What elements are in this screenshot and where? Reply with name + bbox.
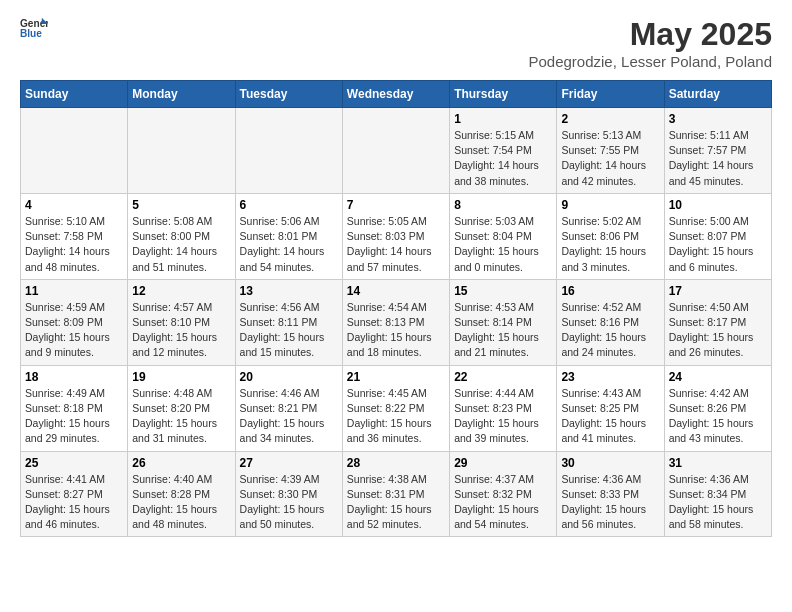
weekday-header-friday: Friday: [557, 81, 664, 108]
day-number: 10: [669, 198, 767, 212]
calendar-cell: 13Sunrise: 4:56 AM Sunset: 8:11 PM Dayli…: [235, 279, 342, 365]
calendar-cell: 23Sunrise: 4:43 AM Sunset: 8:25 PM Dayli…: [557, 365, 664, 451]
calendar-cell: 11Sunrise: 4:59 AM Sunset: 8:09 PM Dayli…: [21, 279, 128, 365]
day-number: 6: [240, 198, 338, 212]
page-header: General Blue May 2025 Podegrodzie, Lesse…: [20, 16, 772, 70]
logo: General Blue: [20, 16, 48, 38]
calendar-cell: 26Sunrise: 4:40 AM Sunset: 8:28 PM Dayli…: [128, 451, 235, 537]
day-info: Sunrise: 4:54 AM Sunset: 8:13 PM Dayligh…: [347, 300, 445, 361]
calendar-cell: [235, 108, 342, 194]
day-info: Sunrise: 4:39 AM Sunset: 8:30 PM Dayligh…: [240, 472, 338, 533]
day-info: Sunrise: 5:03 AM Sunset: 8:04 PM Dayligh…: [454, 214, 552, 275]
calendar-cell: 16Sunrise: 4:52 AM Sunset: 8:16 PM Dayli…: [557, 279, 664, 365]
day-number: 7: [347, 198, 445, 212]
day-info: Sunrise: 4:46 AM Sunset: 8:21 PM Dayligh…: [240, 386, 338, 447]
day-number: 30: [561, 456, 659, 470]
weekday-header-saturday: Saturday: [664, 81, 771, 108]
weekday-header-sunday: Sunday: [21, 81, 128, 108]
calendar-cell: 14Sunrise: 4:54 AM Sunset: 8:13 PM Dayli…: [342, 279, 449, 365]
day-number: 3: [669, 112, 767, 126]
day-number: 29: [454, 456, 552, 470]
weekday-header-tuesday: Tuesday: [235, 81, 342, 108]
calendar-cell: 7Sunrise: 5:05 AM Sunset: 8:03 PM Daylig…: [342, 193, 449, 279]
calendar-cell: 2Sunrise: 5:13 AM Sunset: 7:55 PM Daylig…: [557, 108, 664, 194]
calendar-cell: 17Sunrise: 4:50 AM Sunset: 8:17 PM Dayli…: [664, 279, 771, 365]
calendar-cell: [128, 108, 235, 194]
calendar-cell: 24Sunrise: 4:42 AM Sunset: 8:26 PM Dayli…: [664, 365, 771, 451]
day-info: Sunrise: 4:50 AM Sunset: 8:17 PM Dayligh…: [669, 300, 767, 361]
day-info: Sunrise: 4:57 AM Sunset: 8:10 PM Dayligh…: [132, 300, 230, 361]
calendar-cell: 1Sunrise: 5:15 AM Sunset: 7:54 PM Daylig…: [450, 108, 557, 194]
weekday-header-thursday: Thursday: [450, 81, 557, 108]
title-area: May 2025 Podegrodzie, Lesser Poland, Pol…: [528, 16, 772, 70]
generalblue-logo-icon: General Blue: [20, 16, 48, 38]
calendar-cell: 6Sunrise: 5:06 AM Sunset: 8:01 PM Daylig…: [235, 193, 342, 279]
calendar-cell: 4Sunrise: 5:10 AM Sunset: 7:58 PM Daylig…: [21, 193, 128, 279]
day-info: Sunrise: 4:49 AM Sunset: 8:18 PM Dayligh…: [25, 386, 123, 447]
day-number: 15: [454, 284, 552, 298]
day-info: Sunrise: 4:38 AM Sunset: 8:31 PM Dayligh…: [347, 472, 445, 533]
weekday-header-wednesday: Wednesday: [342, 81, 449, 108]
weekday-header-row: SundayMondayTuesdayWednesdayThursdayFrid…: [21, 81, 772, 108]
day-number: 23: [561, 370, 659, 384]
calendar-cell: 8Sunrise: 5:03 AM Sunset: 8:04 PM Daylig…: [450, 193, 557, 279]
day-info: Sunrise: 5:06 AM Sunset: 8:01 PM Dayligh…: [240, 214, 338, 275]
day-number: 13: [240, 284, 338, 298]
calendar-cell: 30Sunrise: 4:36 AM Sunset: 8:33 PM Dayli…: [557, 451, 664, 537]
day-number: 24: [669, 370, 767, 384]
day-info: Sunrise: 4:40 AM Sunset: 8:28 PM Dayligh…: [132, 472, 230, 533]
calendar-cell: 12Sunrise: 4:57 AM Sunset: 8:10 PM Dayli…: [128, 279, 235, 365]
day-info: Sunrise: 4:43 AM Sunset: 8:25 PM Dayligh…: [561, 386, 659, 447]
day-info: Sunrise: 4:37 AM Sunset: 8:32 PM Dayligh…: [454, 472, 552, 533]
calendar-table: SundayMondayTuesdayWednesdayThursdayFrid…: [20, 80, 772, 537]
day-info: Sunrise: 4:48 AM Sunset: 8:20 PM Dayligh…: [132, 386, 230, 447]
calendar-week-row: 18Sunrise: 4:49 AM Sunset: 8:18 PM Dayli…: [21, 365, 772, 451]
calendar-cell: 9Sunrise: 5:02 AM Sunset: 8:06 PM Daylig…: [557, 193, 664, 279]
day-number: 19: [132, 370, 230, 384]
calendar-cell: 22Sunrise: 4:44 AM Sunset: 8:23 PM Dayli…: [450, 365, 557, 451]
day-info: Sunrise: 4:59 AM Sunset: 8:09 PM Dayligh…: [25, 300, 123, 361]
calendar-cell: 31Sunrise: 4:36 AM Sunset: 8:34 PM Dayli…: [664, 451, 771, 537]
calendar-cell: 15Sunrise: 4:53 AM Sunset: 8:14 PM Dayli…: [450, 279, 557, 365]
svg-text:Blue: Blue: [20, 28, 42, 38]
calendar-title: May 2025: [528, 16, 772, 53]
calendar-week-row: 4Sunrise: 5:10 AM Sunset: 7:58 PM Daylig…: [21, 193, 772, 279]
calendar-subtitle: Podegrodzie, Lesser Poland, Poland: [528, 53, 772, 70]
day-info: Sunrise: 5:02 AM Sunset: 8:06 PM Dayligh…: [561, 214, 659, 275]
day-number: 5: [132, 198, 230, 212]
day-info: Sunrise: 4:36 AM Sunset: 8:34 PM Dayligh…: [669, 472, 767, 533]
calendar-cell: 18Sunrise: 4:49 AM Sunset: 8:18 PM Dayli…: [21, 365, 128, 451]
calendar-week-row: 11Sunrise: 4:59 AM Sunset: 8:09 PM Dayli…: [21, 279, 772, 365]
day-info: Sunrise: 4:41 AM Sunset: 8:27 PM Dayligh…: [25, 472, 123, 533]
calendar-cell: 28Sunrise: 4:38 AM Sunset: 8:31 PM Dayli…: [342, 451, 449, 537]
day-number: 25: [25, 456, 123, 470]
calendar-cell: 25Sunrise: 4:41 AM Sunset: 8:27 PM Dayli…: [21, 451, 128, 537]
calendar-cell: 10Sunrise: 5:00 AM Sunset: 8:07 PM Dayli…: [664, 193, 771, 279]
calendar-cell: 29Sunrise: 4:37 AM Sunset: 8:32 PM Dayli…: [450, 451, 557, 537]
day-number: 14: [347, 284, 445, 298]
day-info: Sunrise: 4:56 AM Sunset: 8:11 PM Dayligh…: [240, 300, 338, 361]
day-number: 4: [25, 198, 123, 212]
day-info: Sunrise: 5:05 AM Sunset: 8:03 PM Dayligh…: [347, 214, 445, 275]
day-info: Sunrise: 4:42 AM Sunset: 8:26 PM Dayligh…: [669, 386, 767, 447]
day-info: Sunrise: 5:13 AM Sunset: 7:55 PM Dayligh…: [561, 128, 659, 189]
day-number: 2: [561, 112, 659, 126]
calendar-cell: 3Sunrise: 5:11 AM Sunset: 7:57 PM Daylig…: [664, 108, 771, 194]
day-number: 31: [669, 456, 767, 470]
day-number: 20: [240, 370, 338, 384]
day-number: 12: [132, 284, 230, 298]
day-info: Sunrise: 4:44 AM Sunset: 8:23 PM Dayligh…: [454, 386, 552, 447]
calendar-cell: [342, 108, 449, 194]
day-number: 28: [347, 456, 445, 470]
calendar-cell: 19Sunrise: 4:48 AM Sunset: 8:20 PM Dayli…: [128, 365, 235, 451]
day-info: Sunrise: 5:00 AM Sunset: 8:07 PM Dayligh…: [669, 214, 767, 275]
day-info: Sunrise: 5:15 AM Sunset: 7:54 PM Dayligh…: [454, 128, 552, 189]
day-number: 17: [669, 284, 767, 298]
day-number: 18: [25, 370, 123, 384]
day-number: 8: [454, 198, 552, 212]
day-info: Sunrise: 5:08 AM Sunset: 8:00 PM Dayligh…: [132, 214, 230, 275]
day-number: 1: [454, 112, 552, 126]
day-number: 27: [240, 456, 338, 470]
calendar-cell: 27Sunrise: 4:39 AM Sunset: 8:30 PM Dayli…: [235, 451, 342, 537]
day-number: 21: [347, 370, 445, 384]
